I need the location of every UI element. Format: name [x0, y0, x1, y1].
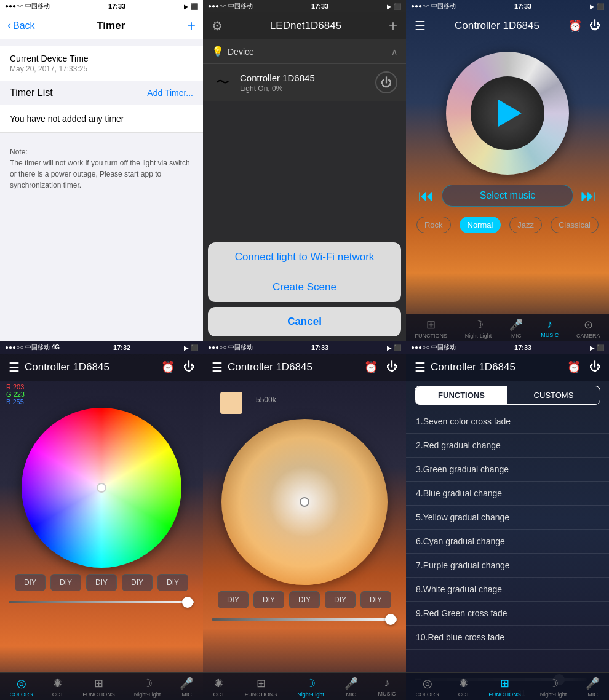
brightness-slider-cw[interactable]	[9, 601, 194, 603]
brightness-slider-cct[interactable]	[212, 618, 397, 621]
carrier-cw: ●●●○○ 中国移动 4G	[5, 343, 60, 352]
time-music: 17:33	[514, 2, 531, 10]
status-bar-cw: ●●●○○ 中国移动 4G 17:32 ▶ ⬛	[0, 341, 203, 354]
tab-night-cct[interactable]: ☽ Night-Light	[297, 677, 324, 698]
func-item-9[interactable]: 9.Red Green cross fade	[406, 602, 609, 626]
func-item-5[interactable]: 5.Yellow gradual change	[406, 506, 609, 530]
tab-colors-func[interactable]: ◎ COLORS	[416, 677, 439, 698]
tab-night-cw[interactable]: ☽ Night-Light	[134, 677, 161, 698]
screen-functions: ●●●○○ 中国移动 17:33 ▶ ⬛ ☰ Controller 1D6845…	[406, 341, 609, 700]
device-section-label: Device	[228, 47, 254, 57]
alarm-icon-cw[interactable]: ⏰	[161, 360, 175, 374]
plus-button[interactable]: +	[389, 17, 397, 34]
func-item-7[interactable]: 7.Purple gradual change	[406, 554, 609, 578]
alarm-icon[interactable]: ⏰	[568, 19, 582, 33]
menu-icon-cw[interactable]: ☰	[9, 360, 20, 375]
cct-diy-2[interactable]: DIY	[253, 591, 284, 608]
tab-mic-cw[interactable]: 🎤 MIC	[180, 677, 193, 698]
music-bottom-tabs: ⊞ FUNCTIONS ☽ Night-Light 🎤 MIC ♪ MUSIC …	[406, 314, 609, 341]
menu-icon[interactable]: ☰	[415, 18, 426, 33]
screen-timer: ●●●○○ 中国移动 17:33 ▶ ⬛ ‹ Back Timer + Curr…	[0, 0, 203, 341]
select-music-button[interactable]: Select music	[442, 185, 573, 207]
alarm-icon-func[interactable]: ⏰	[567, 360, 581, 374]
gear-icon[interactable]: ⚙	[212, 18, 223, 33]
functions-icon: ⊞	[426, 318, 436, 332]
func-item-6[interactable]: 6.Cyan gradual change	[406, 530, 609, 554]
tab-music-cct[interactable]: ♪ MUSIC	[378, 677, 396, 698]
genre-normal[interactable]: Normal	[460, 217, 501, 233]
menu-icon-func[interactable]: ☰	[415, 360, 426, 375]
tab-functions-cct[interactable]: ⊞ FUNCTIONS	[245, 677, 277, 698]
tab-functions-func[interactable]: ⊞ FUNCTIONS	[488, 677, 521, 698]
power-icon[interactable]: ⏻	[589, 19, 600, 33]
tab-cct-b[interactable]: ✺ CCT	[213, 677, 225, 698]
device-header[interactable]: 💡 Device ∧	[203, 39, 406, 64]
forward-button[interactable]: ⏭	[581, 186, 597, 205]
cct-diy-3[interactable]: DIY	[289, 591, 320, 608]
diy-btn-4[interactable]: DIY	[122, 574, 153, 591]
func-item-1[interactable]: 1.Seven color cross fade	[406, 410, 609, 434]
cct-diy-1[interactable]: DIY	[218, 591, 249, 608]
power-icon-cct[interactable]: ⏻	[386, 360, 397, 374]
tab-mic[interactable]: 🎤 MIC	[509, 318, 523, 339]
func-item-3[interactable]: 3.Green gradual change	[406, 458, 609, 482]
diy-btn-2[interactable]: DIY	[50, 574, 81, 591]
connect-wifi-item[interactable]: Connect light to Wi-Fi network	[208, 242, 401, 272]
music-icon: ♪	[547, 318, 552, 331]
cct-diy-4[interactable]: DIY	[325, 591, 356, 608]
cct-icon: ✺	[53, 677, 62, 690]
diy-btn-3[interactable]: DIY	[86, 574, 117, 591]
tab-camera[interactable]: ⊙ CAMERA	[576, 318, 600, 339]
func-item-10[interactable]: 10.Red blue cross fade	[406, 626, 609, 650]
note-body: The timer will not work if you turn off …	[10, 159, 190, 189]
power-icon-cw[interactable]: ⏻	[183, 360, 194, 374]
diy-btn-1[interactable]: DIY	[15, 574, 46, 591]
tab-cct-cw[interactable]: ✺ CCT	[52, 677, 64, 698]
tab-night-func[interactable]: ☽ Night-Light	[540, 677, 567, 698]
screen-music: ●●●○○ 中国移动 17:33 ▶ ⬛ ☰ Controller 1D6845…	[406, 0, 609, 341]
rewind-button[interactable]: ⏮	[418, 186, 434, 205]
vinyl-inner[interactable]	[471, 76, 544, 150]
add-timer-link[interactable]: Add Timer...	[147, 88, 193, 98]
back-button[interactable]: ‹ Back	[7, 19, 35, 32]
tab-night-light[interactable]: ☽ Night-Light	[465, 318, 492, 339]
timer-empty-message: You have not added any timer	[0, 105, 203, 133]
genre-rock[interactable]: Rock	[416, 217, 451, 233]
menu-icon-cct[interactable]: ☰	[212, 360, 223, 375]
color-wheel[interactable]	[22, 408, 181, 568]
cct-wheel[interactable]	[221, 419, 388, 585]
cancel-button[interactable]: Cancel	[208, 307, 401, 336]
func-item-8[interactable]: 8.White gradual chage	[406, 578, 609, 602]
func-item-2[interactable]: 2.Red gradual change	[406, 434, 609, 458]
tab-customs[interactable]: CUSTOMS	[507, 386, 600, 404]
icons-music: ▶ ⬛	[590, 3, 604, 10]
tab-mic-func[interactable]: 🎤 MIC	[586, 677, 599, 698]
tab-functions-main[interactable]: FUNCTIONS	[415, 386, 507, 404]
add-button[interactable]: +	[187, 18, 196, 33]
func-item-4[interactable]: 4.Blue gradual change	[406, 482, 609, 506]
power-button[interactable]: ⏻	[375, 71, 397, 93]
tab-functions-cw[interactable]: ⊞ FUNCTIONS	[82, 677, 115, 698]
tab-mic-cct[interactable]: 🎤 MIC	[344, 677, 358, 698]
tab-music[interactable]: ♪ MUSIC	[541, 318, 559, 339]
tab-colors-cw[interactable]: ◎ COLORS	[10, 677, 33, 698]
tab-cct-func[interactable]: ✺ CCT	[458, 677, 470, 698]
device-row[interactable]: 〜 Controller 1D6845 Light On, 0% ⏻	[203, 64, 406, 101]
tab-functions[interactable]: ⊞ FUNCTIONS	[415, 318, 447, 339]
genre-classical[interactable]: Classical	[551, 217, 599, 233]
func-bottom-tabs: ◎ COLORS ✺ CCT ⊞ FUNCTIONS ☽ Night-Light…	[406, 672, 609, 700]
diy-row-cw: DIY DIY DIY DIY DIY	[0, 568, 203, 597]
lednet-title: LEDnet1D6845	[270, 20, 341, 32]
alarm-icon-cct[interactable]: ⏰	[364, 360, 378, 374]
carrier-lednet: ●●●○○ 中国移动	[208, 2, 253, 10]
cct-diy-5[interactable]: DIY	[360, 591, 391, 608]
create-scene-item[interactable]: Create Scene	[208, 272, 401, 302]
genre-jazz[interactable]: Jazz	[509, 217, 542, 233]
power-icon-func[interactable]: ⏻	[589, 360, 600, 374]
temp-row: 5500k	[203, 381, 406, 419]
bulb-icon: 💡	[212, 46, 224, 57]
device-status: Light On, 0%	[240, 84, 375, 93]
icons-cct: ▶ ⬛	[387, 344, 401, 351]
status-bar-music: ●●●○○ 中国移动 17:33 ▶ ⬛	[406, 0, 609, 12]
diy-btn-5[interactable]: DIY	[157, 574, 188, 591]
